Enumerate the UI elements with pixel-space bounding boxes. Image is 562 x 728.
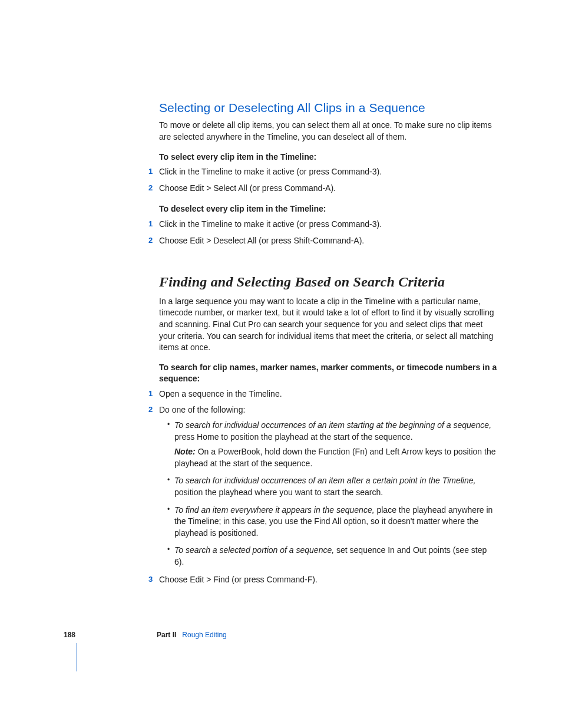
note-text: On a PowerBook, hold down the Function (… bbox=[174, 447, 496, 468]
step-text: Click in the Timeline to make it active … bbox=[159, 219, 382, 229]
part-label: Part IIRough Editing bbox=[157, 630, 227, 640]
subheading-select-all: To select every clip item in the Timelin… bbox=[159, 151, 497, 163]
step-number: 1 bbox=[148, 388, 153, 399]
step-item: 1Open a sequence in the Timeline. bbox=[159, 388, 497, 400]
document-page: Selecting or Deselecting All Clips in a … bbox=[0, 0, 562, 585]
bullet-intro: To search for individual occurrences of … bbox=[174, 420, 491, 430]
step-text: Click in the Timeline to make it active … bbox=[159, 167, 382, 176]
note-label: Note: bbox=[174, 447, 196, 456]
page-number: 188 bbox=[64, 630, 75, 640]
step-number: 2 bbox=[148, 404, 153, 415]
bullet-rest: press Home to position the playhead at t… bbox=[174, 432, 413, 442]
part-title: Rough Editing bbox=[182, 631, 226, 639]
section-heading-selecting: Selecting or Deselecting All Clips in a … bbox=[159, 99, 497, 116]
footer-rule bbox=[77, 643, 77, 671]
bullet-intro: To find an item everywhere it appears in… bbox=[174, 505, 375, 515]
subheading-search: To search for clip names, marker names, … bbox=[159, 362, 497, 385]
step-text: Choose Edit > Deselect All (or press Shi… bbox=[159, 236, 364, 245]
part-number: Part II bbox=[157, 631, 176, 639]
step-number: 1 bbox=[148, 219, 153, 229]
steps-deselect-all: 1Click in the Timeline to make it active… bbox=[159, 219, 497, 246]
search-options-list: To search for individual occurrences of … bbox=[159, 420, 497, 568]
step-item: 1Click in the Timeline to make it active… bbox=[159, 219, 497, 230]
step-text: Choose Edit > Find (or press Command-F). bbox=[159, 575, 318, 584]
list-item: To search for individual occurrences of … bbox=[167, 475, 497, 498]
step-item: 2Choose Edit > Deselect All (or press Sh… bbox=[159, 235, 497, 247]
bullet-rest: position the playhead where you want to … bbox=[174, 487, 383, 497]
step-number: 2 bbox=[148, 235, 153, 246]
subheading-deselect-all: To deselect every clip item in the Timel… bbox=[159, 203, 497, 215]
step-item: 2Choose Edit > Select All (or press Comm… bbox=[159, 183, 497, 195]
list-item: To search a selected portion of a sequen… bbox=[167, 545, 497, 568]
bullet-intro: To search a selected portion of a sequen… bbox=[174, 545, 334, 555]
step-text: Open a sequence in the Timeline. bbox=[159, 389, 282, 398]
steps-select-all: 1Click in the Timeline to make it active… bbox=[159, 166, 497, 194]
intro-paragraph-2: In a large sequence you may want to loca… bbox=[159, 296, 497, 354]
section-heading-finding: Finding and Selecting Based on Search Cr… bbox=[159, 272, 497, 292]
step-number: 1 bbox=[148, 166, 153, 177]
step-number: 2 bbox=[148, 183, 153, 193]
step-item: 2Do one of the following: To search for … bbox=[159, 404, 497, 568]
note-block: Note: On a PowerBook, hold down the Func… bbox=[174, 446, 497, 469]
step-item: 1Click in the Timeline to make it active… bbox=[159, 166, 497, 178]
step-text: Do one of the following: bbox=[159, 405, 245, 414]
step-item: 3Choose Edit > Find (or press Command-F)… bbox=[159, 574, 497, 586]
page-footer: 188 Part IIRough Editing bbox=[0, 630, 562, 666]
steps-search: 1Open a sequence in the Timeline. 2Do on… bbox=[159, 388, 497, 585]
list-item: To search for individual occurrences of … bbox=[167, 420, 497, 469]
list-item: To find an item everywhere it appears in… bbox=[167, 505, 497, 539]
step-number: 3 bbox=[148, 574, 153, 585]
step-text: Choose Edit > Select All (or press Comma… bbox=[159, 183, 336, 193]
bullet-intro: To search for individual occurrences of … bbox=[174, 476, 475, 485]
intro-paragraph-1: To move or delete all clip items, you ca… bbox=[159, 120, 497, 143]
